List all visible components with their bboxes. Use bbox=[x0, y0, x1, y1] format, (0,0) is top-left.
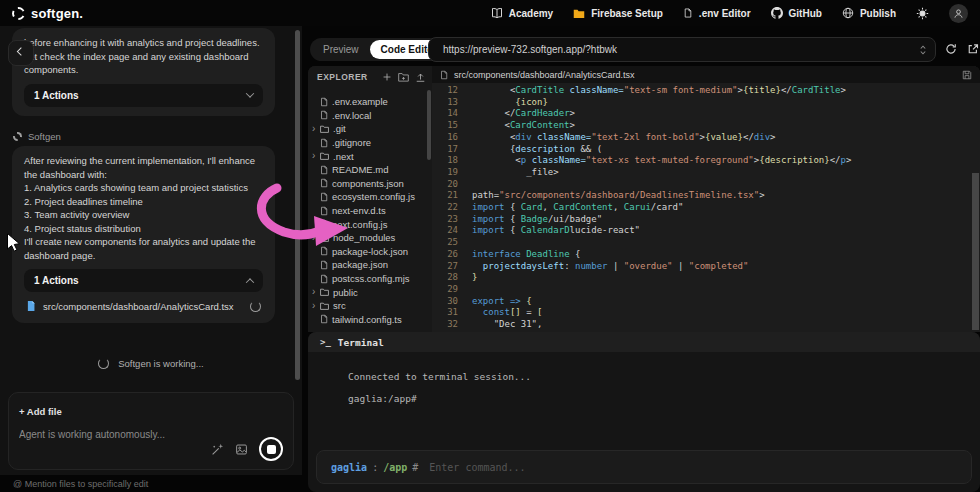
code-area[interactable]: 12 <CardTitle className="text-sm font-me… bbox=[432, 83, 970, 332]
file-blue-icon bbox=[26, 300, 36, 312]
explorer-item[interactable]: ecosystem.config.js bbox=[308, 190, 432, 204]
brand[interactable]: softgen. bbox=[12, 6, 83, 21]
explorer-item[interactable]: package-lock.json bbox=[308, 245, 432, 259]
explorer-item-label: .gitignore bbox=[332, 137, 371, 148]
terminal-output-line: gaglia:/app# bbox=[348, 388, 980, 410]
explorer-item-label: node_modules bbox=[333, 232, 395, 243]
explorer-scrollbar[interactable] bbox=[427, 90, 431, 160]
file-icon bbox=[320, 260, 328, 270]
wand-icon[interactable] bbox=[211, 443, 224, 456]
actions-dropdown-expanded[interactable]: 1 Actions bbox=[24, 269, 263, 292]
save-icon[interactable] bbox=[962, 70, 972, 80]
terminal-output-line: Connected to terminal session... bbox=[348, 366, 980, 388]
sun-icon bbox=[916, 7, 929, 20]
image-icon[interactable] bbox=[235, 443, 248, 456]
code-line: 12 <CardTitle className="text-sm font-me… bbox=[432, 85, 970, 97]
list-item: 3. Team activity overview bbox=[24, 208, 263, 222]
explorer-item[interactable]: .env.local bbox=[308, 109, 432, 123]
chat-scrollbar[interactable] bbox=[295, 30, 300, 380]
chevron-right-icon: › bbox=[312, 151, 320, 161]
url-input[interactable] bbox=[443, 44, 919, 55]
refresh-icon[interactable] bbox=[945, 43, 957, 55]
new-folder-icon[interactable] bbox=[398, 72, 409, 82]
file-icon bbox=[320, 110, 328, 120]
new-file-icon[interactable] bbox=[382, 72, 392, 82]
explorer-item[interactable]: package.json bbox=[308, 258, 432, 272]
code-line: 16 <div className="text-2xl font-bold">{… bbox=[432, 132, 970, 144]
tab-preview[interactable]: Preview bbox=[312, 40, 370, 59]
chat-input-area: + Add file bbox=[8, 392, 294, 470]
chevron-up-icon bbox=[246, 278, 254, 286]
list-item: 2. Project deadlines timeline bbox=[24, 195, 263, 209]
explorer-item[interactable]: next.config.js bbox=[308, 217, 432, 231]
code-line: 25 bbox=[432, 237, 970, 249]
explorer-item-label: package.json bbox=[332, 259, 388, 270]
editor-scrollbar[interactable] bbox=[972, 173, 979, 330]
code-line: 18 <p className="text-xs text-muted-fore… bbox=[432, 155, 970, 167]
explorer-item[interactable]: ›.next bbox=[308, 149, 432, 163]
editor-tab-label[interactable]: src/components/dashboard/AnalyticsCard.t… bbox=[454, 70, 956, 80]
nav-item-github[interactable]: GitHub bbox=[771, 7, 822, 19]
terminal-header[interactable]: >_ Terminal bbox=[308, 332, 980, 352]
file-icon bbox=[320, 97, 328, 107]
explorer-item[interactable]: .env.example bbox=[308, 95, 432, 109]
explorer-item[interactable]: components.json bbox=[308, 177, 432, 191]
terminal-panel: >_ Terminal Connected to terminal sessio… bbox=[308, 332, 980, 492]
explorer-item[interactable]: ›.git bbox=[308, 122, 432, 136]
explorer-item-label: next-env.d.ts bbox=[332, 205, 386, 216]
explorer-item[interactable]: tailwind.config.ts bbox=[308, 313, 432, 327]
avatar[interactable] bbox=[949, 4, 968, 23]
nav-item-label: .env Editor bbox=[699, 8, 751, 19]
explorer-item[interactable]: next-env.d.ts bbox=[308, 204, 432, 218]
editor-tabbar: src/components/dashboard/AnalyticsCard.t… bbox=[432, 66, 980, 83]
selector-chevrons-icon[interactable] bbox=[919, 44, 927, 56]
actions-dropdown-collapsed[interactable]: 1 Actions bbox=[24, 84, 263, 107]
collapse-panel-button[interactable] bbox=[8, 40, 34, 66]
explorer-item[interactable]: ›public bbox=[308, 285, 432, 299]
nav-item-academy[interactable]: Academy bbox=[491, 7, 553, 19]
chevron-right-icon: › bbox=[312, 124, 320, 134]
explorer-item-label: next.config.js bbox=[332, 219, 387, 230]
theme-toggle-button[interactable] bbox=[916, 7, 929, 20]
file-icon bbox=[320, 165, 328, 175]
upload-icon[interactable] bbox=[415, 72, 426, 83]
add-file-button[interactable]: + Add file bbox=[19, 406, 62, 417]
stop-button[interactable] bbox=[259, 437, 283, 461]
user-icon bbox=[953, 8, 964, 19]
gear-icon bbox=[13, 132, 22, 141]
file-icon bbox=[320, 206, 328, 216]
terminal-command-input[interactable] bbox=[429, 462, 957, 473]
code-editor: src/components/dashboard/AnalyticsCard.t… bbox=[432, 66, 980, 332]
file-icon bbox=[320, 138, 328, 148]
chevron-left-icon bbox=[17, 47, 25, 55]
code-line: 27 projectdaysLeft: number | "overdue" |… bbox=[432, 261, 970, 273]
agent-header: Softgen bbox=[13, 131, 61, 142]
prompt-path: /app bbox=[383, 462, 407, 473]
chat-message-current: After reviewing the current implementati… bbox=[12, 146, 275, 323]
explorer-item-label: .env.example bbox=[332, 96, 388, 107]
explorer-item[interactable]: README.md bbox=[308, 163, 432, 177]
code-line: 22import { Card, CardContent, Carui/card… bbox=[432, 202, 970, 214]
external-link-icon[interactable] bbox=[967, 43, 979, 55]
env-file-icon bbox=[683, 7, 693, 19]
explorer-item[interactable]: ›src bbox=[308, 299, 432, 313]
explorer-item[interactable]: ›node_modules bbox=[308, 231, 432, 245]
chat-message-previous: before enhancing it with analytics and p… bbox=[12, 28, 275, 116]
explorer-item-label: src bbox=[333, 300, 346, 311]
terminal-icon: >_ bbox=[320, 337, 331, 347]
nav-item-firebase-setup[interactable]: Firebase Setup bbox=[573, 8, 663, 19]
code-line: 15 <CardContent> bbox=[432, 120, 970, 132]
nav-item-publish[interactable]: Publish bbox=[842, 7, 896, 19]
explorer-item[interactable]: .gitignore bbox=[308, 136, 432, 150]
terminal-output: Connected to terminal session...gaglia:/… bbox=[308, 352, 980, 410]
explorer-item-label: public bbox=[333, 287, 358, 298]
action-file-row[interactable]: src/components/dashboard/AnalyticsCard.t… bbox=[24, 292, 263, 314]
explorer-item[interactable]: postcss.config.mjs bbox=[308, 272, 432, 286]
code-line: 21path="src/components/dashboard/Deadlin… bbox=[432, 190, 970, 202]
softgen-logo-icon bbox=[12, 7, 25, 20]
nav-item--env-editor[interactable]: .env Editor bbox=[683, 7, 751, 19]
list-item: 4. Project status distribution bbox=[24, 222, 263, 236]
logo-text: softgen. bbox=[31, 6, 83, 21]
message-intro: After reviewing the current implementati… bbox=[24, 154, 263, 181]
url-bar bbox=[428, 37, 936, 62]
